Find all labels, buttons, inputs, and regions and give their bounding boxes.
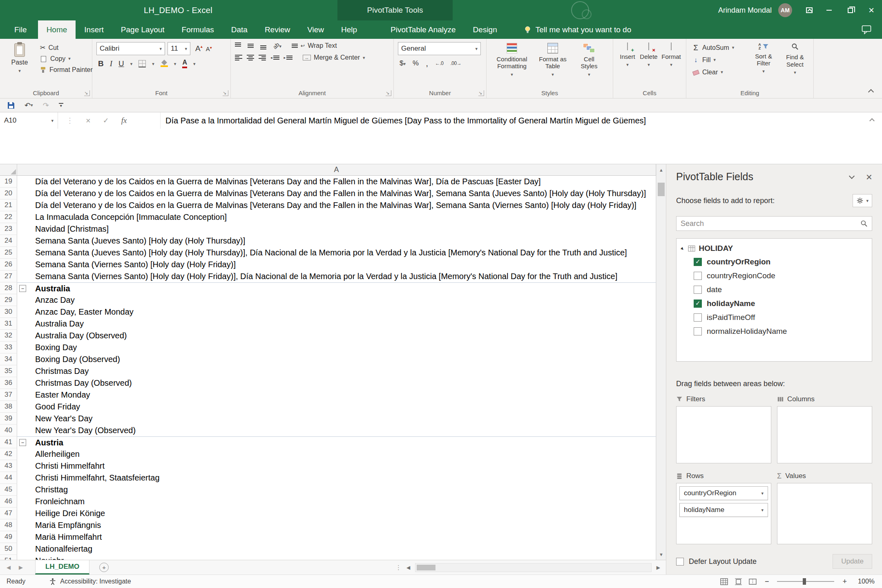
row-header[interactable]: 33 — [0, 342, 17, 353]
wrap-text-button[interactable]: ↩Wrap Text — [292, 42, 337, 49]
underline-button[interactable]: U — [118, 59, 124, 68]
align-right-button[interactable] — [259, 55, 266, 60]
values-area-zone[interactable] — [777, 483, 872, 544]
cell[interactable]: Neujahr — [17, 555, 656, 560]
accounting-format-button[interactable]: $▾ — [400, 59, 406, 67]
vertical-scrollbar[interactable]: ▲ ▼ — [656, 164, 666, 560]
tab-insert[interactable]: Insert — [76, 20, 112, 39]
undo-button[interactable]: ↶▾ — [25, 101, 33, 110]
minimize-button[interactable] — [818, 0, 840, 20]
save-button[interactable] — [7, 102, 15, 109]
field-item-holidayname[interactable]: holidayName — [677, 297, 872, 311]
cell[interactable]: Christtag — [17, 484, 656, 496]
new-sheet-button[interactable]: + — [99, 563, 109, 572]
font-dialog-launcher[interactable]: ↘ — [223, 90, 228, 96]
cell[interactable]: Semana Santa (Jueves Santo) [Holy day (H… — [17, 247, 656, 259]
cell[interactable]: La Inmaculada Concepción [Immaculate Con… — [17, 211, 656, 223]
field-item-countryregioncode[interactable]: countryRegionCode — [677, 269, 872, 283]
merge-center-button[interactable]: ↔Merge & Center▾ — [303, 54, 365, 61]
tab-file[interactable]: File — [3, 20, 38, 39]
find-select-button[interactable]: Find & Select ▾ — [780, 42, 810, 78]
insert-function-button[interactable]: fx — [121, 116, 127, 125]
name-box[interactable]: A10▾ — [0, 112, 58, 129]
row-header[interactable]: 41 — [0, 436, 17, 448]
row-header[interactable]: 47 — [0, 508, 17, 519]
cell[interactable]: Mariä Himmelfahrt — [17, 531, 656, 543]
comments-icon[interactable] — [862, 20, 871, 39]
field-checkbox[interactable] — [694, 286, 702, 294]
vertical-scroll-thumb[interactable] — [658, 183, 665, 196]
row-header[interactable]: 25 — [0, 247, 17, 259]
format-painter-button[interactable]: Format Painter — [38, 64, 94, 75]
top-align-button[interactable] — [235, 42, 243, 49]
row-header[interactable]: 42 — [0, 448, 17, 460]
field-item-normalizeholidayname[interactable]: normalizeHolidayName — [677, 324, 872, 338]
cell[interactable]: Boxing Day (Observed) — [17, 353, 656, 365]
select-all-corner[interactable] — [0, 164, 17, 176]
row-header[interactable]: 48 — [0, 519, 17, 531]
columns-area-zone[interactable] — [777, 406, 872, 463]
row-header[interactable]: 21 — [0, 199, 17, 211]
rows-area-field-countryorregion[interactable]: countryOrRegion▾ — [679, 486, 768, 500]
zoom-slider[interactable] — [777, 581, 834, 582]
collapse-outline-button[interactable]: − — [19, 439, 26, 446]
row-header[interactable]: 35 — [0, 365, 17, 377]
tab-pivottable-analyze[interactable]: PivotTable Analyze — [382, 20, 464, 39]
tab-view[interactable]: View — [299, 20, 333, 39]
confirm-entry-button[interactable]: ✓ — [103, 116, 109, 125]
ribbon-display-options-icon[interactable] — [800, 0, 818, 20]
comma-style-button[interactable]: , — [426, 61, 428, 66]
pane-options-chevron-icon[interactable] — [849, 173, 855, 179]
clipboard-dialog-launcher[interactable]: ↘ — [84, 90, 90, 96]
italic-button[interactable]: I — [110, 59, 112, 68]
pane-close-button[interactable]: × — [866, 172, 872, 182]
horizontal-scroll-thumb[interactable] — [417, 565, 435, 570]
rows-area-zone[interactable]: countryOrRegion▾holidayName▾ — [676, 483, 771, 544]
tab-page-layout[interactable]: Page Layout — [112, 20, 173, 39]
decrease-font-size-button[interactable]: A▾ — [206, 45, 212, 52]
delete-cells-button[interactable]: × Delete ▾ — [638, 42, 660, 68]
cell[interactable]: Good Friday — [17, 401, 656, 413]
formula-text[interactable]: Día Pase a la Inmortalidad del General M… — [160, 112, 862, 129]
cut-button[interactable]: ✂Cut — [38, 42, 94, 53]
table-holiday[interactable]: ▸ HOLIDAY — [677, 242, 872, 255]
field-checkbox[interactable] — [694, 313, 702, 322]
filters-area-zone[interactable] — [676, 406, 771, 463]
field-checkbox[interactable] — [694, 300, 702, 308]
align-center-button[interactable] — [247, 55, 254, 60]
bold-button[interactable]: B — [98, 59, 104, 68]
tab-review[interactable]: Review — [256, 20, 299, 39]
orientation-button[interactable]: ab▾ — [273, 42, 281, 49]
cell[interactable]: Australia Day (Observed) — [17, 330, 656, 342]
cell-styles-button[interactable]: Cell Styles ▾ — [572, 42, 606, 78]
zoom-level[interactable]: 100% — [855, 578, 875, 585]
cell[interactable]: Boxing Day — [17, 342, 656, 353]
autosum-button[interactable]: ΣAutoSum▾ — [690, 42, 747, 53]
increase-indent-button[interactable]: ▸ — [284, 56, 293, 60]
fill-color-button[interactable] — [161, 60, 168, 67]
format-cells-button[interactable]: Format ▾ — [660, 42, 683, 68]
restore-button[interactable] — [840, 0, 861, 20]
scroll-right-button[interactable]: ▶ — [655, 565, 662, 570]
collapse-formula-bar-button[interactable] — [869, 118, 875, 123]
cell[interactable]: Anzac Day, Easter Monday — [17, 306, 656, 318]
cell[interactable]: Anzac Day — [17, 294, 656, 306]
cell[interactable]: Nationalfeiertag — [17, 543, 656, 555]
cancel-entry-button[interactable]: × — [86, 116, 91, 125]
zoom-out-button[interactable]: − — [763, 577, 771, 586]
percent-style-button[interactable]: % — [413, 59, 419, 67]
cell[interactable]: Christi Himmelfahrt, Staatsfeiertag — [17, 472, 656, 484]
defer-layout-checkbox[interactable] — [676, 558, 684, 566]
cell[interactable]: Semana Santa (Viernes Santo) [Holy day (… — [17, 259, 656, 271]
avatar[interactable]: AM — [778, 3, 792, 17]
field-item-date[interactable]: date — [677, 283, 872, 297]
cell[interactable]: Mariä Empfängnis — [17, 519, 656, 531]
page-break-view-button[interactable] — [749, 578, 757, 585]
row-header[interactable]: 32 — [0, 330, 17, 342]
row-header[interactable]: 43 — [0, 460, 17, 472]
conditional-formatting-button[interactable]: Conditional Formatting ▾ — [491, 42, 533, 78]
scroll-left-button[interactable]: ◀ — [405, 565, 412, 570]
font-color-button[interactable]: A — [182, 59, 187, 68]
copy-button[interactable]: Copy▾ — [38, 53, 94, 64]
row-header[interactable]: 44 — [0, 472, 17, 484]
